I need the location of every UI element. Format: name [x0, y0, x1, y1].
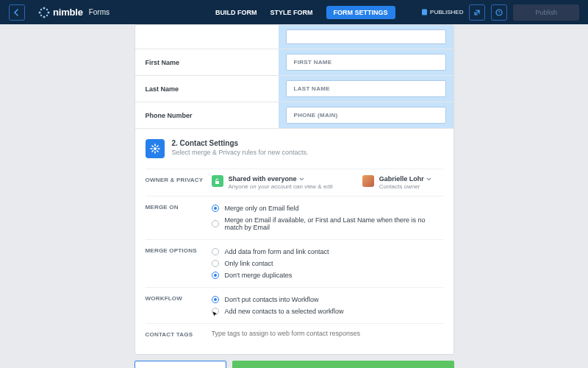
svg-rect-8	[422, 10, 427, 15]
help-icon: ?	[495, 9, 503, 16]
share-scope[interactable]: Shared with everyone Anyone on your acco…	[212, 175, 333, 190]
share-sub: Anyone on your account can view & edit	[229, 183, 333, 190]
help-button[interactable]: ?	[491, 4, 507, 21]
radio-icon[interactable]	[212, 205, 219, 212]
map-field-cell: LAST NAME	[279, 76, 453, 102]
map-label: Last Name	[135, 78, 279, 100]
map-pill[interactable]: LAST NAME	[286, 80, 446, 97]
gear-icon	[150, 144, 160, 154]
owner-privacy-row: OWNER & PRIVACY Shared with everyone	[146, 169, 443, 196]
workflow-body: Don't put contacts into Workflow Add new…	[212, 294, 443, 317]
radio-icon[interactable]	[212, 248, 219, 255]
workflow-row: WORKFLOW Don't put contacts into Workflo…	[146, 287, 443, 323]
tab-form-settings[interactable]: FORM SETTINGS	[326, 6, 395, 19]
map-pill[interactable]: PHONE (MAIN)	[286, 107, 446, 124]
owner-name-text: Gabrielle Lohr	[379, 175, 424, 183]
map-row: First Name FIRST NAME	[135, 49, 453, 76]
cursor-icon	[212, 311, 219, 318]
merge-on-label: MERGE ON	[146, 202, 212, 233]
svg-rect-12	[215, 181, 219, 184]
radio-icon[interactable]	[212, 260, 219, 267]
radio-icon[interactable]	[212, 220, 219, 227]
share-title: Shared with everyone	[229, 175, 333, 183]
radio-icon[interactable]	[212, 272, 219, 279]
section-subtitle: Select merge & Privacy rules for new con…	[172, 149, 309, 156]
brand: nimble Forms	[38, 7, 110, 18]
svg-point-6	[40, 14, 42, 15]
back-to-style-button[interactable]: Back to Style Form	[135, 361, 226, 368]
back-button[interactable]	[9, 4, 25, 21]
save-mapping-button[interactable]: Save Mapping	[232, 361, 454, 368]
external-link-button[interactable]	[469, 4, 485, 21]
owner-sub: Contacts owner	[379, 183, 431, 190]
contact-settings-section: 2. Contact Settings Select merge & Priva…	[135, 129, 453, 354]
brand-product: Forms	[89, 8, 110, 16]
radio-label: Don't merge duplicates	[225, 272, 293, 279]
tab-build-form[interactable]: BUILD FORM	[215, 9, 257, 16]
radio-icon[interactable]	[212, 308, 219, 315]
radio-label: Merge only on Email field	[225, 205, 299, 212]
map-pill-blank[interactable]	[286, 29, 446, 44]
unlock-icon-box	[212, 175, 223, 187]
share-title-text: Shared with everyone	[229, 175, 297, 183]
radio-dont-merge[interactable]: Don't merge duplicates	[212, 269, 443, 281]
map-row: Phone Number PHONE (MAIN)	[135, 102, 453, 129]
brand-logo-icon	[38, 7, 50, 18]
svg-point-7	[46, 14, 48, 15]
radio-label: Don't put contacts into Workflow	[225, 296, 319, 303]
svg-point-1	[43, 15, 46, 18]
avatar	[362, 175, 374, 187]
radio-no-workflow[interactable]: Don't put contacts into Workflow	[212, 294, 443, 305]
publish-button[interactable]: Publish	[513, 4, 579, 21]
radio-add-and-link[interactable]: Add data from form and link contact	[212, 246, 443, 258]
document-icon	[421, 9, 428, 15]
gear-box	[146, 139, 165, 158]
unlock-icon	[214, 178, 220, 185]
map-row: Last Name LAST NAME	[135, 76, 453, 102]
section-title: 2. Contact Settings	[172, 139, 309, 147]
radio-icon[interactable]	[212, 296, 219, 303]
svg-point-4	[40, 8, 42, 10]
status-text: PUBLISHED	[430, 9, 463, 15]
svg-point-11	[154, 147, 157, 150]
map-label: First Name	[135, 52, 279, 74]
merge-options-label: MERGE OPTIONS	[146, 246, 212, 281]
topbar-right: PUBLISHED ? Publish	[421, 4, 579, 21]
merge-options-body: Add data from form and link contact Only…	[212, 246, 443, 281]
map-pill[interactable]: FIRST NAME	[286, 54, 446, 71]
status-badge: PUBLISHED	[421, 9, 463, 15]
canvas: First Name FIRST NAME Last Name LAST NAM…	[0, 24, 588, 368]
radio-only-link[interactable]: Only link contact	[212, 258, 443, 269]
brand-name: nimble	[53, 7, 83, 18]
radio-add-to-workflow[interactable]: Add new contacts to a selected workflow	[212, 305, 443, 317]
tab-style-form[interactable]: STYLE FORM	[270, 9, 313, 16]
tags-input[interactable]	[212, 330, 443, 337]
svg-text:?: ?	[498, 10, 501, 15]
svg-point-3	[48, 11, 50, 13]
owner-body: Shared with everyone Anyone on your acco…	[212, 175, 443, 190]
chevron-down-icon	[299, 177, 304, 182]
map-label-blank	[135, 29, 279, 44]
merge-on-row: MERGE ON Merge only on Email field Merge…	[146, 196, 443, 239]
owner-person[interactable]: Gabrielle Lohr Contacts owner	[362, 175, 431, 190]
settings-card: First Name FIRST NAME Last Name LAST NAM…	[135, 24, 454, 355]
radio-merge-email-or-name[interactable]: Merge on Email if available, or First an…	[212, 214, 443, 233]
radio-label: Merge on Email if available, or First an…	[225, 216, 443, 231]
mapping-section: First Name FIRST NAME Last Name LAST NAM…	[135, 25, 453, 129]
section-header: 2. Contact Settings Select merge & Priva…	[146, 139, 443, 158]
svg-point-2	[39, 11, 41, 13]
radio-label: Only link contact	[225, 260, 273, 267]
topbar: nimble Forms BUILD FORM STYLE FORM FORM …	[0, 0, 588, 24]
map-label: Phone Number	[135, 105, 279, 127]
header-tabs: BUILD FORM STYLE FORM FORM SETTINGS	[215, 6, 395, 19]
external-link-icon	[473, 9, 481, 16]
map-row-blank	[135, 25, 453, 49]
map-field-cell-blank	[279, 25, 453, 49]
radio-merge-email-only[interactable]: Merge only on Email field	[212, 202, 443, 214]
contact-tags-row: CONTACT TAGS	[146, 323, 443, 344]
merge-on-body: Merge only on Email field Merge on Email…	[212, 202, 443, 233]
svg-point-5	[46, 8, 48, 10]
chevron-down-icon	[426, 177, 431, 182]
workflow-label: WORKFLOW	[146, 294, 212, 317]
owner-label: OWNER & PRIVACY	[146, 175, 212, 190]
